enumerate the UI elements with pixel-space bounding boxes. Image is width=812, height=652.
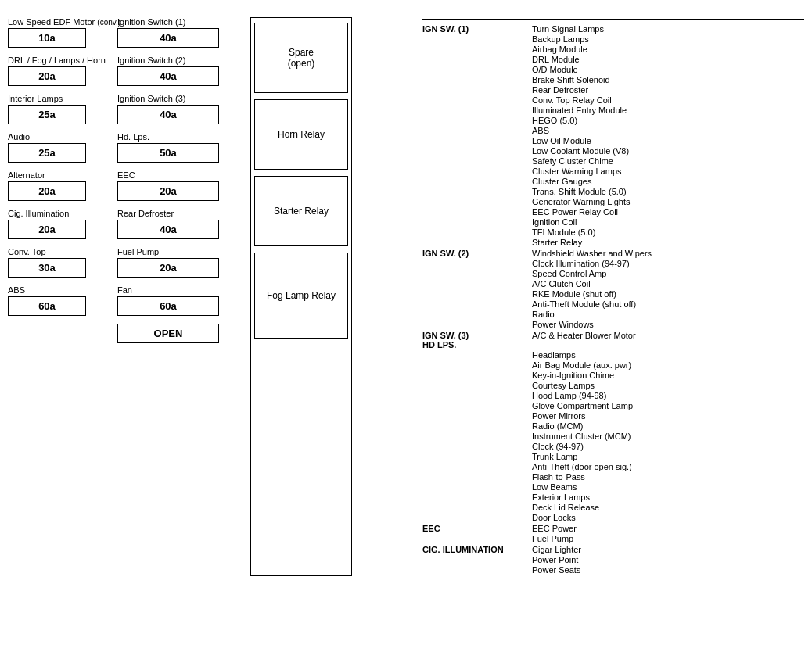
info-name-cell (422, 217, 532, 227)
fuse-label: Ignition Switch (1) (117, 17, 243, 27)
fuse-label: Ignition Switch (2) (117, 56, 243, 65)
info-name-cell (422, 503, 532, 512)
info-name-cell (422, 259, 532, 268)
info-desc-cell: Fuel Pump (532, 534, 804, 543)
info-desc-cell: Illuminated Entry Module (532, 106, 804, 115)
fuse-value: 20a (8, 220, 86, 239)
info-row: Radio (MCM) (422, 421, 804, 431)
info-row: Clock (94-97) (422, 442, 804, 451)
info-row: Low Coolant Module (V8) (422, 146, 804, 156)
info-desc-cell: Door Locks (532, 513, 804, 522)
info-row: Hood Lamp (94-98) (422, 391, 804, 400)
info-block-4: CIG. ILLUMINATIONCigar LighterPower Poin… (422, 545, 804, 575)
fuse-label: DRL / Fog / Lamps / Horn (8, 56, 110, 65)
info-name-cell (422, 371, 532, 380)
info-row: Ignition Coil (422, 217, 804, 227)
info-name-cell (422, 289, 532, 299)
info-name-cell (422, 65, 532, 74)
info-row: A/C Clutch Coil (422, 279, 804, 288)
info-name-cell (422, 156, 532, 166)
info-row: DRL Module (422, 55, 804, 64)
fuse-value: 20a (117, 258, 219, 278)
col1-fuse-group-7: ABS60a (8, 285, 110, 316)
info-row: Low Beams (422, 482, 804, 492)
info-desc-cell: Cluster Warning Lamps (532, 167, 804, 176)
info-row: ABS (422, 126, 804, 135)
info-row: Air Bag Module (aux. pwr) (422, 360, 804, 370)
info-desc-cell: Air Bag Module (aux. pwr) (532, 360, 804, 370)
info-desc-cell: Deck Lid Release (532, 503, 804, 512)
relay-box-2: Starter Relay (254, 176, 348, 246)
info-row: Cluster Warning Lamps (422, 167, 804, 176)
fuse-label: Conv. Top (8, 247, 110, 256)
col3-relays: Spare (open)Horn RelayStarter RelayFog L… (250, 17, 352, 576)
info-desc-cell: Power Windows (532, 320, 804, 329)
info-row: Exterior Lamps (422, 493, 804, 502)
col2: Ignition Switch (1)40aIgnition Switch (2… (117, 17, 243, 576)
col1-fuse-group-0: Low Speed EDF Motor (conv.)10a (8, 17, 110, 48)
info-name-cell: CIG. ILLUMINATION (422, 545, 532, 554)
info-desc-cell: Windshield Washer and Wipers (532, 249, 804, 258)
fuse-value: 40a (117, 105, 219, 124)
info-name-cell: IGN SW. (1) (422, 24, 532, 34)
fuse-value: 40a (117, 220, 219, 239)
info-row: Instrument Cluster (MCM) (422, 432, 804, 441)
info-name-cell (422, 75, 532, 84)
info-name-cell (422, 310, 532, 319)
info-desc-cell: Cluster Gauges (532, 177, 804, 186)
info-desc-cell: O/D Module (532, 65, 804, 74)
info-name-cell (422, 401, 532, 410)
fuse-label: Ignition Switch (3) (117, 94, 243, 103)
info-desc-cell: A/C Clutch Coil (532, 279, 804, 288)
fuse-label: Fan (117, 285, 243, 295)
info-row: Courtesy Lamps (422, 381, 804, 390)
relay-box-0: Spare (open) (254, 23, 348, 93)
info-desc-cell: Clock Illumination (94-97) (532, 259, 804, 268)
info-desc-cell: Generator Warning Lights (532, 197, 804, 206)
col2-fuse-group-4: EEC20a (117, 170, 243, 201)
col1-fuse-group-5: Cig. Illumination20a (8, 209, 110, 239)
info-name-cell (422, 126, 532, 135)
info-row: Power Windows (422, 320, 804, 329)
col1-fuse-group-2: Interior Lamps25a (8, 94, 110, 124)
col1-fuse-group-3: Audio25a (8, 132, 110, 163)
fuse-label: Alternator (8, 170, 110, 180)
fuse-value: 30a (8, 258, 86, 278)
info-name-cell (422, 227, 532, 237)
info-name-cell (422, 299, 532, 309)
fuse-label: Low Speed EDF Motor (conv.) (8, 17, 110, 27)
info-desc-cell: Radio (MCM) (532, 421, 804, 431)
info-desc-cell: Rear Defroster (532, 85, 804, 95)
fuse-label: Fuel Pump (117, 247, 243, 256)
info-desc-cell: Courtesy Lamps (532, 381, 804, 390)
info-name-cell (422, 136, 532, 145)
info-row: TFI Module (5.0) (422, 227, 804, 237)
info-desc-cell: Headlamps (532, 350, 804, 360)
info-name-cell (422, 279, 532, 288)
fuse-label: EEC (117, 170, 243, 180)
info-name-cell (422, 432, 532, 441)
info-name-cell: IGN SW. (2) (422, 249, 532, 258)
info-name-cell (422, 207, 532, 217)
info-name-cell (422, 493, 532, 502)
info-desc-cell: Trunk Lamp (532, 452, 804, 461)
col2-fuse-group-3: Hd. Lps.50a (117, 132, 243, 163)
info-desc-cell: DRL Module (532, 55, 804, 64)
fuse-label: Rear Defroster (117, 209, 243, 218)
info-name-cell (422, 269, 532, 278)
info-desc-cell: Turn Signal Lamps (532, 24, 804, 34)
info-row: IGN SW. (3) HD LPS.A/C & Heater Blower M… (422, 331, 804, 349)
info-desc-cell: Starter Relay (532, 238, 804, 247)
info-row: Backup Lamps (422, 34, 804, 44)
info-name-cell (422, 482, 532, 492)
info-desc-cell: Clock (94-97) (532, 442, 804, 451)
info-desc-cell: Radio (532, 310, 804, 319)
info-desc-cell: RKE Module (shut off) (532, 289, 804, 299)
info-row: Low Oil Module (422, 136, 804, 145)
info-desc-cell: A/C & Heater Blower Motor (532, 331, 804, 349)
info-desc-cell: Brake Shift Solenoid (532, 75, 804, 84)
info-name-cell (422, 534, 532, 543)
fuse-value: 20a (117, 181, 219, 201)
fuse-label: Cig. Illumination (8, 209, 110, 218)
info-name-cell (422, 238, 532, 247)
